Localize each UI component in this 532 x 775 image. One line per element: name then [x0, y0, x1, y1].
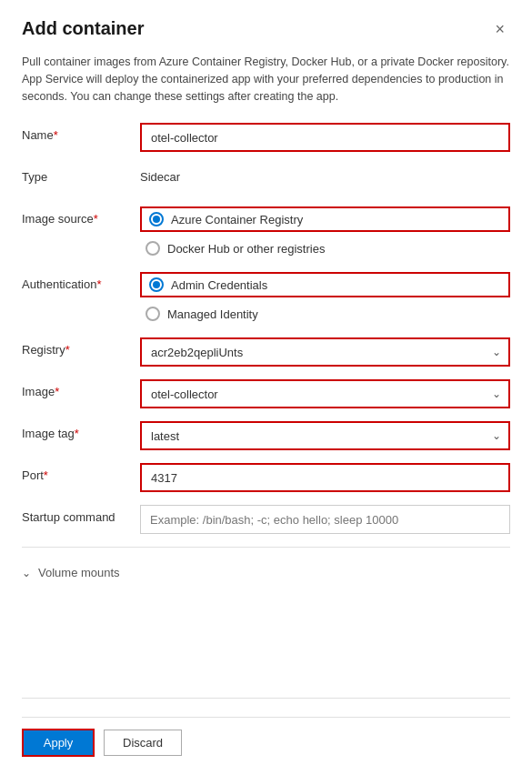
image-source-dockerhub-radio[interactable]: [146, 241, 160, 256]
authentication-label: Authentication*: [22, 272, 140, 291]
image-source-acr-label: Azure Container Registry: [171, 213, 303, 226]
image-select[interactable]: otel-collector: [140, 379, 510, 408]
type-row: Type Sidecar: [22, 165, 510, 194]
image-source-acr-radio[interactable]: [149, 212, 164, 226]
authentication-admin-label: Admin Credentials: [171, 278, 267, 292]
port-row: Port*: [22, 463, 510, 492]
registry-select-wrapper: acr2eb2qepliUnts ⌄: [140, 337, 510, 367]
authentication-admin-option[interactable]: Admin Credentials: [140, 272, 510, 297]
registry-select[interactable]: acr2eb2qepliUnts: [140, 337, 510, 367]
dialog-header: Add container ×: [22, 18, 510, 39]
type-label: Type: [22, 165, 140, 184]
authentication-row: Authentication* Admin Credentials Manage…: [22, 272, 510, 325]
type-control-area: Sidecar: [140, 165, 510, 184]
form-body: Name* Type Sidecar Image source* Az: [22, 123, 510, 687]
image-source-dockerhub-label: Docker Hub or other registries: [167, 242, 325, 256]
footer: Apply Discard: [22, 717, 510, 757]
volume-mounts-row[interactable]: ⌄ Volume mounts: [22, 559, 510, 587]
registry-row: Registry* acr2eb2qepliUnts ⌄: [22, 337, 510, 367]
name-label: Name*: [22, 123, 140, 142]
authentication-managed-label: Managed Identity: [167, 307, 258, 321]
image-source-dockerhub-option[interactable]: Docker Hub or other registries: [140, 237, 510, 259]
discard-button[interactable]: Discard: [104, 730, 182, 756]
image-source-control-area: Azure Container Registry Docker Hub or o…: [140, 206, 510, 259]
image-tag-select-wrapper: latest ⌄: [140, 421, 510, 450]
authentication-admin-radio[interactable]: [149, 277, 164, 292]
image-select-wrapper: otel-collector ⌄: [140, 379, 510, 408]
name-row: Name*: [22, 123, 510, 152]
port-control-area: [140, 463, 510, 492]
add-container-dialog: Add container × Pull container images fr…: [0, 0, 532, 775]
image-row: Image* otel-collector ⌄: [22, 379, 510, 408]
volume-mounts-chevron-icon: ⌄: [22, 567, 31, 579]
type-value: Sidecar: [140, 165, 510, 184]
image-tag-control-area: latest ⌄: [140, 421, 510, 450]
dialog-title: Add container: [22, 18, 144, 39]
startup-label: Startup command: [22, 505, 140, 524]
image-tag-label: Image tag*: [22, 421, 140, 440]
name-control-area: [140, 123, 510, 152]
registry-label: Registry*: [22, 337, 140, 357]
image-label: Image*: [22, 379, 140, 398]
authentication-managed-option[interactable]: Managed Identity: [140, 303, 510, 325]
image-source-label: Image source*: [22, 206, 140, 226]
divider: [22, 547, 510, 548]
registry-control-area: acr2eb2qepliUnts ⌄: [140, 337, 510, 367]
image-tag-row: Image tag* latest ⌄: [22, 421, 510, 450]
startup-control-area: [140, 505, 510, 534]
image-source-row: Image source* Azure Container Registry D…: [22, 206, 510, 259]
startup-input[interactable]: [140, 505, 510, 534]
startup-row: Startup command: [22, 505, 510, 534]
dialog-description: Pull container images from Azure Contain…: [22, 54, 510, 105]
apply-button[interactable]: Apply: [22, 729, 95, 757]
authentication-managed-radio[interactable]: [146, 307, 160, 321]
footer-divider: [22, 698, 510, 699]
port-label: Port*: [22, 463, 140, 482]
port-input[interactable]: [140, 463, 510, 492]
name-input[interactable]: [140, 123, 510, 152]
close-button[interactable]: ×: [489, 19, 510, 39]
volume-mounts-label: Volume mounts: [38, 566, 120, 579]
authentication-control-area: Admin Credentials Managed Identity: [140, 272, 510, 325]
image-tag-select[interactable]: latest: [140, 421, 510, 450]
image-control-area: otel-collector ⌄: [140, 379, 510, 408]
image-source-acr-option[interactable]: Azure Container Registry: [140, 206, 510, 232]
